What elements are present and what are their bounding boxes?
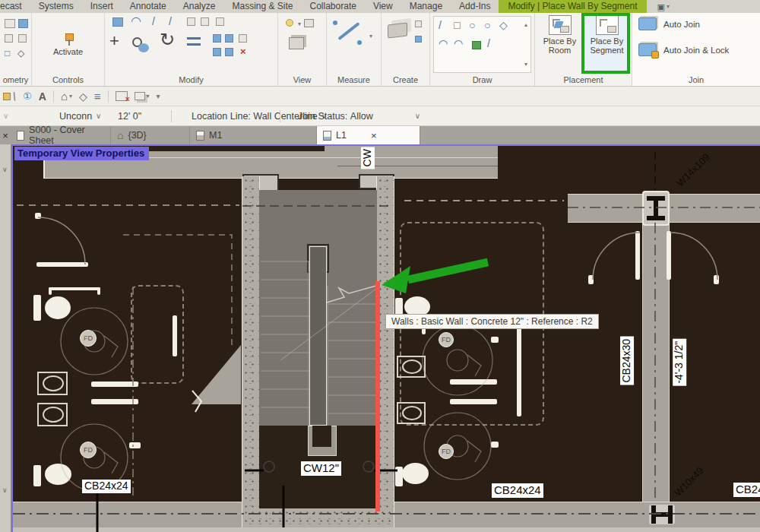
tab-precast[interactable]: recast <box>0 0 30 13</box>
revit-window: recast Systems Insert Annotate Analyze M… <box>0 0 760 532</box>
place-by-segment-button[interactable]: Place By Segment <box>585 13 629 74</box>
hide-box-icon[interactable] <box>304 19 314 27</box>
auto-join-button[interactable]: Auto Join <box>638 17 700 30</box>
align-icon[interactable] <box>187 37 201 40</box>
select-tool[interactable]: ▾ <box>3 93 6 100</box>
draw-polygon-icon[interactable]: ○ <box>469 20 475 30</box>
caret-down-icon[interactable]: ▾ <box>524 61 527 68</box>
join-status-dropdown[interactable]: Join Status: Allow∨ <box>298 111 420 122</box>
tab-annotate[interactable]: Annotate <box>122 0 175 13</box>
draw-ellipse-icon[interactable]: ◇ <box>499 20 508 30</box>
ribbon-display-toggle[interactable]: ▣ ▾ <box>657 2 670 12</box>
tab-systems[interactable]: Systems <box>30 0 82 13</box>
cut-geometry-icon[interactable] <box>18 19 28 28</box>
thin-lines-icon[interactable]: ≡ <box>94 91 101 102</box>
tab-massing-site[interactable]: Massing & Site <box>223 0 301 13</box>
split-icon[interactable] <box>187 17 195 26</box>
tab-manage[interactable]: Manage <box>401 0 451 13</box>
chevron-down-icon: ∨ <box>415 112 420 120</box>
chevron-down-icon: ∨ <box>96 112 101 120</box>
delete-icon[interactable]: × <box>240 46 246 56</box>
mirror-axis-icon[interactable] <box>112 17 123 27</box>
draw-gallery: / □ ○ ○ ◇ ▴ ◠ ◠ / ▾ <box>433 16 531 73</box>
activate-button[interactable]: Activate <box>46 31 90 56</box>
tab-insert[interactable]: Insert <box>82 0 122 13</box>
rotate-icon[interactable]: ↻ <box>160 34 175 45</box>
close-views-button[interactable]: × <box>0 126 11 144</box>
offset-icon[interactable]: ◠ <box>131 16 141 27</box>
move-icon[interactable]: + <box>109 36 119 46</box>
join-geometry-icon[interactable] <box>18 34 27 43</box>
measure-end-dot2 <box>357 40 362 45</box>
measure-icon[interactable] <box>337 22 359 40</box>
height-value-field[interactable]: 12' 0" <box>118 111 141 122</box>
paint-icon[interactable]: □ <box>5 48 10 59</box>
panel-toggle-icon: ▣ <box>657 2 665 12</box>
lock-icon <box>651 51 659 59</box>
selected-wall-segment-red[interactable] <box>375 281 380 511</box>
view-tab-3d[interactable]: ⌂{3D} <box>111 126 190 144</box>
temporary-view-properties-badge[interactable]: Temporary View Properties <box>14 147 149 160</box>
scale-icon[interactable] <box>225 34 233 43</box>
tab-analyze[interactable]: Analyze <box>175 0 224 13</box>
draw-rectangle-icon[interactable]: □ <box>454 20 460 30</box>
default-3d-view-button[interactable]: ⌂▾ <box>61 91 72 102</box>
caret-down-icon[interactable]: ▾ <box>369 33 372 40</box>
close-tab-icon[interactable]: × <box>371 130 377 141</box>
caret-up-icon[interactable]: ▴ <box>524 21 527 28</box>
tab-view[interactable]: View <box>365 0 401 13</box>
properties-palette-edge[interactable]: ∨ ∨ <box>0 144 11 532</box>
view-tab-l1-active[interactable]: L1× <box>317 126 420 144</box>
close-inactive-windows-icon[interactable]: × <box>116 91 128 101</box>
view-tab-cover-sheet[interactable]: S000 - Cover Sheet <box>11 126 111 144</box>
paste-icon[interactable] <box>5 19 15 28</box>
create-similar-icon[interactable] <box>415 21 422 27</box>
pick-line-icon[interactable]: / <box>487 38 490 49</box>
split-gap-icon[interactable] <box>201 17 209 26</box>
coping-icon[interactable] <box>5 34 13 43</box>
section-tool-icon[interactable]: ◇ <box>79 91 87 102</box>
create-group-icon[interactable] <box>388 23 407 39</box>
auto-join-lock-label: Auto Join & Lock <box>663 46 729 55</box>
panel-label-create: Create <box>382 74 429 86</box>
place-by-room-button[interactable]: Place By Room <box>538 13 582 74</box>
draw-fillet-arc-icon[interactable]: ◠ <box>454 38 463 49</box>
view-tab-m1[interactable]: M1 <box>190 126 317 144</box>
collapse-toolbar-icon[interactable]: ▾ <box>157 92 160 100</box>
draw-circle-icon[interactable]: ○ <box>484 20 490 30</box>
lightbulb-icon[interactable] <box>286 19 293 27</box>
array-icon[interactable] <box>213 34 221 43</box>
tab-add-ins[interactable]: Add-Ins <box>451 0 499 13</box>
activate-label: Activate <box>53 47 83 56</box>
caret-down-icon: ▾ <box>667 3 670 10</box>
draw-arc-icon[interactable]: ◠ <box>439 38 448 49</box>
drawing-canvas[interactable]: FD FD FD FD <box>11 144 760 532</box>
switch-windows-button[interactable]: ▾ <box>135 92 150 100</box>
demolish-hammer-icon[interactable]: ◇ <box>17 48 24 59</box>
text-tool-icon[interactable]: A <box>39 91 46 102</box>
create-assembly-icon[interactable] <box>415 36 422 43</box>
trim-icon[interactable] <box>216 17 224 26</box>
displace-cube-icon[interactable] <box>289 37 304 49</box>
tag-by-category-icon[interactable]: ① <box>23 91 32 102</box>
caret-down-icon[interactable]: ▾ <box>298 21 301 27</box>
unpin-icon[interactable] <box>213 48 221 56</box>
panel-create: Create <box>382 13 430 86</box>
plan-grid-icon <box>323 131 331 141</box>
draw-line-icon[interactable]: / <box>439 20 442 30</box>
measure-tool-icon[interactable]: / <box>11 90 18 102</box>
mirror-draw-icon[interactable]: / <box>169 16 172 27</box>
pick-face-icon[interactable] <box>472 41 481 49</box>
mirror-pick-icon[interactable]: / <box>152 16 155 27</box>
caret-down-icon: ▾ <box>69 93 72 100</box>
tab-collaborate[interactable]: Collaborate <box>302 0 365 13</box>
align-dim-icon[interactable] <box>225 48 233 56</box>
view-tab-label: L1 <box>336 130 347 141</box>
tab-modify-contextual[interactable]: Modify | Place Wall By Segment <box>499 0 646 13</box>
auto-join-lock-button[interactable]: Auto Join & Lock <box>638 43 729 56</box>
panel-measure: ▾ Measure <box>327 13 382 86</box>
select-icon <box>3 93 11 100</box>
options-collapse-chevron[interactable]: ∨ <box>3 112 8 120</box>
height-mode-dropdown[interactable]: Unconn∨ <box>59 111 101 122</box>
pin-element-icon[interactable] <box>239 34 247 43</box>
